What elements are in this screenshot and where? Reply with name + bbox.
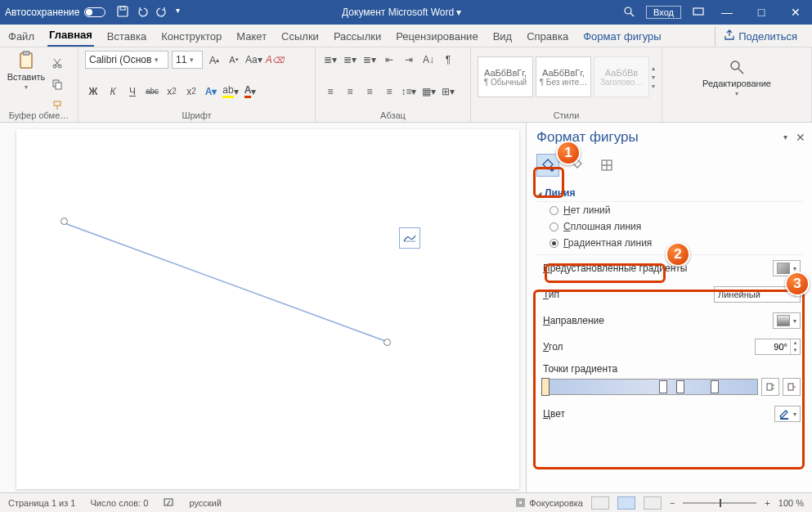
ribbon-options-icon[interactable] — [693, 6, 704, 20]
zoom-slider[interactable] — [683, 502, 756, 504]
font-size-dropdown[interactable]: 11▾ — [172, 51, 203, 69]
increase-font-icon[interactable]: A▴ — [206, 51, 222, 69]
autosave-toggle[interactable] — [84, 7, 105, 17]
gradient-stop[interactable] — [676, 380, 684, 393]
radio-no-line[interactable]: Нет линий — [536, 202, 804, 218]
show-marks-icon[interactable]: ¶ — [440, 51, 456, 69]
save-icon[interactable] — [117, 6, 128, 20]
cut-icon[interactable] — [49, 54, 65, 72]
direction-dropdown[interactable]: ▾ — [773, 312, 801, 329]
align-left-icon[interactable]: ≡ — [322, 83, 339, 101]
search-icon[interactable] — [623, 6, 635, 20]
indent-dec-icon[interactable]: ⇤ — [381, 51, 397, 69]
color-dropdown[interactable]: ▾ — [774, 406, 801, 422]
borders-icon[interactable]: ⊞▾ — [440, 83, 456, 101]
panel-options-icon[interactable]: ▾ — [783, 132, 787, 141]
style-normal[interactable]: АаБбВвГг, ¶ Обычный — [478, 56, 533, 97]
radio-solid-line[interactable]: Сплошная линия — [536, 218, 804, 235]
tab-mail[interactable]: Рассылки — [332, 26, 383, 47]
tab-layout[interactable]: Макет — [235, 26, 268, 47]
indent-inc-icon[interactable]: ⇥ — [401, 51, 417, 69]
gradient-stops-slider[interactable] — [543, 379, 758, 395]
superscript-icon[interactable]: x2 — [183, 83, 200, 101]
panel-tab-fill[interactable] — [536, 154, 559, 177]
shading-icon[interactable]: ▦▾ — [420, 83, 437, 101]
tab-help[interactable]: Справка — [525, 26, 570, 47]
underline-button[interactable]: Ч — [124, 83, 141, 101]
view-print-icon[interactable] — [617, 496, 635, 510]
subscript-icon[interactable]: x2 — [164, 83, 180, 101]
align-center-icon[interactable]: ≡ — [342, 83, 358, 101]
paste-button[interactable]: Вставить ▾ — [7, 51, 46, 91]
zoom-level[interactable]: 100 % — [778, 498, 804, 508]
add-stop-icon[interactable] — [761, 378, 779, 396]
view-web-icon[interactable] — [644, 496, 662, 510]
panel-close-icon[interactable]: ✕ — [796, 131, 805, 144]
minimize-icon[interactable]: — — [716, 6, 738, 19]
tab-home[interactable]: Главная — [47, 25, 94, 47]
spin-up-icon[interactable]: ▲ — [791, 339, 800, 347]
undo-icon[interactable] — [137, 6, 148, 20]
tab-format-shape[interactable]: Формат фигуры — [581, 26, 662, 47]
font-color-icon[interactable]: A▾ — [242, 83, 258, 101]
styles-down-icon[interactable]: ▾ — [652, 74, 655, 81]
align-justify-icon[interactable]: ≡ — [381, 83, 397, 101]
radio-label: Градиентная линия — [563, 237, 652, 249]
close-icon[interactable]: ✕ — [784, 6, 807, 19]
tab-design[interactable]: Конструктор — [159, 26, 223, 47]
style-heading1[interactable]: АаБбВв Заголово… — [594, 56, 649, 97]
tab-file[interactable]: Файл — [7, 26, 36, 47]
tab-references[interactable]: Ссылки — [280, 26, 321, 47]
login-button[interactable]: Вход — [646, 6, 681, 19]
panel-tab-size[interactable] — [595, 154, 618, 177]
spellcheck-icon[interactable] — [163, 496, 174, 510]
maximize-icon[interactable]: □ — [750, 6, 773, 19]
share-button[interactable]: Поделиться — [715, 26, 805, 47]
window-title: Документ Microsoft Word ▾ — [180, 7, 623, 18]
decrease-font-icon[interactable]: A▾ — [226, 51, 242, 69]
view-read-icon[interactable] — [591, 496, 609, 510]
highlight-icon[interactable]: ab▾ — [222, 83, 239, 101]
bullets-icon[interactable]: ≣▾ — [322, 51, 339, 69]
remove-stop-icon[interactable] — [783, 378, 801, 396]
section-line[interactable]: Линия — [536, 185, 804, 202]
line-spacing-icon[interactable]: ↕≡▾ — [401, 83, 417, 101]
document-area[interactable] — [0, 123, 526, 492]
tab-insert[interactable]: Вставка — [105, 26, 148, 47]
angle-input[interactable] — [756, 342, 790, 352]
multilevel-icon[interactable]: ≣▾ — [361, 51, 378, 69]
layout-options-icon[interactable] — [399, 227, 420, 249]
style-no-spacing[interactable]: АаБбВвГг, ¶ Без инте… — [536, 56, 591, 97]
status-lang[interactable]: русский — [189, 498, 221, 508]
line-shape[interactable] — [61, 219, 396, 350]
italic-button[interactable]: К — [105, 83, 121, 101]
shape-handle-start[interactable] — [61, 218, 68, 225]
tab-view[interactable]: Вид — [491, 26, 514, 47]
spin-down-icon[interactable]: ▼ — [791, 347, 800, 354]
styles-up-icon[interactable]: ▴ — [652, 65, 655, 72]
bold-button[interactable]: Ж — [85, 83, 101, 101]
status-page[interactable]: Страница 1 из 1 — [8, 498, 75, 508]
editing-button[interactable]: Редактирование ▾ — [669, 51, 805, 103]
shape-handle-end[interactable] — [384, 339, 391, 346]
zoom-in-icon[interactable]: + — [765, 498, 769, 508]
clear-format-icon[interactable]: A⌫ — [266, 51, 284, 69]
sort-icon[interactable]: A↓ — [420, 51, 437, 69]
numbering-icon[interactable]: ≣▾ — [342, 51, 358, 69]
zoom-out-icon[interactable]: − — [670, 498, 675, 508]
gradient-stop[interactable] — [541, 378, 550, 396]
align-right-icon[interactable]: ≡ — [361, 83, 378, 101]
focus-mode[interactable]: Фокусировка — [515, 497, 583, 508]
styles-more-icon[interactable]: ▾ — [652, 83, 655, 90]
redo-icon[interactable] — [156, 6, 168, 20]
text-effects-icon[interactable]: A▾ — [203, 83, 219, 101]
font-family-dropdown[interactable]: Calibri (Основ▾ — [85, 51, 168, 69]
status-words[interactable]: Число слов: 0 — [90, 498, 148, 508]
angle-spinner[interactable]: ▲▼ — [755, 339, 801, 355]
tab-review[interactable]: Рецензирование — [394, 26, 479, 47]
gradient-stop[interactable] — [711, 380, 719, 393]
change-case-icon[interactable]: Aa▾ — [245, 51, 262, 69]
strike-button[interactable]: abc — [144, 83, 160, 101]
gradient-stop[interactable] — [659, 380, 667, 393]
copy-icon[interactable] — [49, 75, 65, 93]
